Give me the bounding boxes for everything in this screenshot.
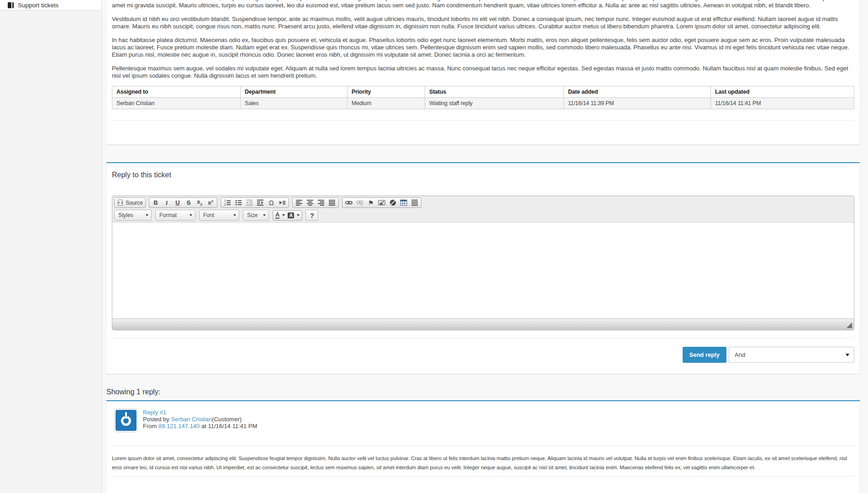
divider — [112, 338, 854, 338]
link-icon — [345, 199, 352, 206]
from-label: From — [143, 423, 158, 429]
align-center-icon — [307, 199, 314, 206]
subscript-button[interactable]: x2 — [194, 198, 205, 207]
col-status: Status — [425, 86, 564, 98]
background-color-icon: A — [288, 212, 294, 218]
reply-meta: Reply #1 Posted by Serban Cristian(Custo… — [143, 408, 257, 432]
font-dropdown[interactable]: Font — [199, 210, 239, 221]
col-date-added: Date added — [564, 86, 711, 98]
rich-text-editor: Source B I U S x2 x2 12 — [112, 196, 854, 330]
strikethrough-icon: S — [187, 200, 191, 206]
sidebar: Support tickets — [0, 0, 102, 493]
ip-link[interactable]: 89.121.147.140 — [158, 423, 200, 429]
cell-department: Sales — [241, 98, 347, 109]
main-content: Etiam id lacinia lacus. Vivamus nisl tel… — [102, 0, 868, 493]
text-color-icon: A — [275, 212, 279, 219]
editor-resize-handle[interactable] — [847, 323, 852, 328]
cell-last-updated: 11/16/14 11:41 PM — [711, 98, 854, 109]
format-dropdown[interactable]: Format — [155, 210, 195, 221]
col-last-updated: Last updated — [711, 86, 854, 98]
reply-number-link[interactable]: Reply #1 — [143, 409, 166, 416]
bulleted-list-button[interactable] — [233, 198, 244, 207]
sidebar-item-support-tickets[interactable]: Support tickets — [0, 0, 101, 11]
numbered-list-icon: 12 — [224, 199, 231, 206]
unlink-button[interactable] — [354, 198, 365, 207]
horizontal-rule-icon — [411, 199, 418, 206]
special-character-icon: Ω — [268, 199, 274, 206]
reply-body: Lorem ipsum dolor sit amet, consectetur … — [112, 454, 854, 472]
styles-dropdown[interactable]: Styles — [114, 210, 152, 221]
author-link[interactable]: Serban Cristian — [171, 416, 212, 423]
svg-text:2: 2 — [224, 203, 226, 206]
toolbar-group-align — [292, 197, 339, 208]
align-center-button[interactable] — [305, 198, 316, 207]
cell-date-added: 11/16/14 11:39 PM — [564, 98, 711, 109]
sidebar-item-label: Support tickets — [18, 2, 58, 9]
chevron-down-icon — [146, 214, 148, 216]
after-reply-select-value: And — [735, 351, 745, 358]
superscript-icon: x2 — [208, 200, 213, 206]
anchor-button[interactable]: ⚑ — [365, 198, 376, 207]
ticket-details-table: Assigned to Department Priority Status D… — [112, 86, 854, 109]
toolbar-group-paragraph: 12 Ω — [221, 197, 289, 208]
chevron-down-icon — [263, 214, 266, 216]
bold-button[interactable]: B — [150, 198, 161, 207]
align-right-button[interactable] — [316, 198, 326, 207]
toolbar-group-insert: ⚑ — [342, 197, 421, 208]
special-character-button[interactable]: Ω — [266, 198, 277, 207]
text-color-button[interactable]: A — [274, 211, 286, 220]
strikethrough-button[interactable]: S — [183, 198, 194, 207]
col-priority: Priority — [347, 86, 425, 98]
superscript-button[interactable]: x2 — [205, 198, 216, 207]
ticket-paragraph: Vestibulum id nibh eu orci vestibulum bl… — [112, 16, 854, 30]
editor-body[interactable] — [112, 222, 854, 318]
chevron-down-icon — [846, 354, 849, 356]
editor-toolbar-row-1: Source B I U S x2 x2 12 — [112, 196, 854, 209]
editor-status-bar — [112, 318, 854, 330]
source-icon — [117, 199, 124, 206]
image-icon — [378, 199, 385, 206]
posted-by-label: Posted by — [143, 416, 171, 423]
blockquote-icon — [279, 199, 286, 206]
blockquote-button[interactable] — [277, 198, 288, 207]
unlink-icon — [356, 199, 363, 206]
decrease-indent-button[interactable] — [244, 198, 255, 207]
flash-button[interactable] — [387, 198, 398, 207]
help-icon: ? — [310, 212, 314, 219]
underline-button[interactable]: U — [172, 198, 183, 207]
italic-button[interactable]: I — [161, 198, 172, 207]
reply-header: Reply #1 Posted by Serban Cristian(Custo… — [114, 408, 854, 432]
flash-icon — [389, 199, 396, 206]
image-button[interactable] — [376, 198, 387, 207]
svg-text:1: 1 — [224, 199, 226, 202]
italic-icon: I — [166, 200, 168, 206]
increase-indent-button[interactable] — [255, 198, 266, 207]
editor-toolbar-row-2: Styles Format Font Size A — [112, 209, 854, 222]
ticket-paragraph: In hac habitasse platea dictumst. Maecen… — [112, 37, 854, 58]
align-left-button[interactable] — [294, 198, 305, 207]
after-reply-select[interactable]: And — [729, 347, 854, 363]
bold-icon: B — [153, 200, 158, 206]
cell-status: Waiting staff reply — [425, 98, 564, 109]
justify-button[interactable] — [326, 198, 337, 207]
table-button[interactable] — [398, 198, 409, 207]
send-reply-button[interactable]: Send reply — [683, 347, 726, 363]
reply-item-panel: Reply #1 Posted by Serban Cristian(Custo… — [106, 400, 860, 493]
background-color-button[interactable]: A — [286, 211, 301, 220]
chevron-down-icon — [282, 214, 285, 216]
horizontal-rule-button[interactable] — [409, 198, 420, 207]
align-right-icon — [318, 199, 325, 206]
source-button[interactable]: Source — [116, 198, 144, 207]
cell-assigned-to: Serban Cristian — [112, 98, 241, 109]
ticket-paragraph: Pellentesque maximus sem augue, vel soda… — [112, 65, 854, 80]
decrease-indent-icon — [246, 199, 253, 206]
anchor-flag-icon: ⚑ — [368, 200, 374, 206]
size-dropdown[interactable]: Size — [243, 210, 269, 221]
cell-priority: Medium — [347, 98, 425, 109]
about-button[interactable]: ? — [305, 210, 318, 221]
numbered-list-button[interactable]: 12 — [222, 198, 233, 207]
link-button[interactable] — [343, 198, 354, 207]
reply-form-footer: Send reply And — [112, 347, 854, 363]
justify-icon — [329, 199, 336, 206]
avatar — [114, 408, 138, 432]
